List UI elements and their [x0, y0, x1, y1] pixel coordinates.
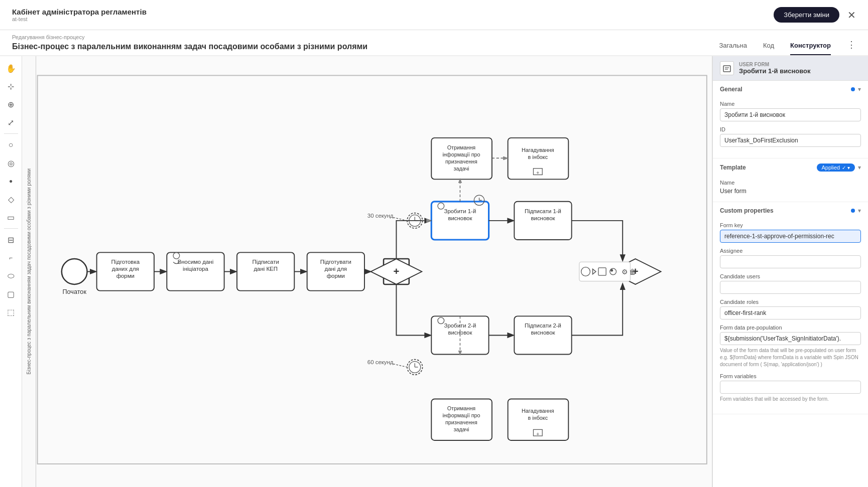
form-variables-input[interactable]	[720, 381, 861, 394]
tool-dashed-rect[interactable]: ⬚	[3, 304, 19, 320]
svg-text:призначення: призначення	[445, 419, 477, 425]
name-input[interactable]	[720, 108, 861, 121]
svg-text:висновок: висновок	[531, 330, 555, 336]
svg-text:+: +	[536, 431, 539, 437]
template-chevron: ▾	[858, 164, 861, 171]
tool-document[interactable]: ⌐	[3, 250, 19, 266]
general-section: General ▾ Name ID	[713, 81, 868, 158]
template-section: Template Applied ✓ ▾ ▾ Name User form	[713, 158, 868, 202]
tool-frame[interactable]: ▢	[3, 286, 19, 302]
form-key-group: Form key	[720, 222, 861, 243]
assignee-input[interactable]	[720, 255, 861, 268]
custom-props-chevron: ▾	[858, 207, 861, 214]
form-data-label: Form data pre-population	[720, 324, 861, 331]
lane-label-text: Бізнес-процес з паралельним виконанням з…	[26, 169, 32, 374]
custom-properties-title: Custom properties	[720, 207, 774, 214]
svg-text:+: +	[394, 266, 400, 277]
tool-rectangle[interactable]: ▭	[3, 209, 19, 225]
save-button[interactable]: Зберегти зміни	[774, 7, 839, 23]
template-name-label: Name	[720, 180, 861, 186]
svg-text:Підготувати: Підготувати	[320, 259, 351, 265]
id-input[interactable]	[720, 134, 861, 147]
template-section-title: Template	[720, 164, 746, 171]
candidate-users-group: Candidate users	[720, 273, 861, 294]
custom-properties-header[interactable]: Custom properties ▾	[713, 202, 868, 218]
name-field-group: Name	[720, 101, 861, 121]
panel-header-icon	[720, 61, 734, 75]
bpmn-diagram[interactable]: Початок Підготовка даних для форми Вноси…	[36, 56, 712, 487]
applied-chevron: ✓ ▾	[842, 165, 850, 171]
svg-text:інформації про: інформації про	[442, 151, 480, 157]
svg-text:призначення: призначення	[445, 158, 477, 165]
template-section-header[interactable]: Template Applied ✓ ▾ ▾	[713, 158, 868, 176]
candidate-roles-label: Candidate roles	[720, 299, 861, 305]
toolbar-divider-1	[4, 133, 18, 134]
tool-dot-circle[interactable]: ◎	[3, 155, 19, 171]
sub-header-left: Редагування бізнес-процесу Бізнес-процес…	[12, 34, 367, 55]
svg-text:даних для: даних для	[112, 266, 139, 272]
tab-code[interactable]: Код	[763, 38, 774, 55]
custom-props-controls: ▾	[851, 207, 861, 214]
header-title-group: Кабінет адміністратора регламентів at-te…	[12, 8, 147, 22]
svg-text:задачі: задачі	[453, 426, 469, 432]
custom-properties-section: Custom properties ▾ Form key Assignee Ca…	[713, 202, 868, 414]
candidate-roles-group: Candidate roles	[720, 299, 861, 319]
id-field-group: ID	[720, 126, 861, 147]
svg-text:Нагадування: Нагадування	[522, 408, 554, 414]
svg-text:Підписати 2-й: Підписати 2-й	[525, 322, 561, 329]
svg-text:в інбокс: в інбокс	[528, 154, 548, 160]
id-label: ID	[720, 126, 861, 132]
svg-text:Отримання: Отримання	[447, 405, 476, 411]
close-button[interactable]: ✕	[847, 9, 856, 21]
form-variables-group: Form variables Form variables that will …	[720, 373, 861, 403]
svg-text:Підготовка: Підготовка	[111, 259, 140, 265]
form-data-hint: Value of the form data that will be pre-…	[720, 347, 861, 368]
general-section-header[interactable]: General ▾	[713, 81, 868, 97]
general-dot	[851, 87, 855, 91]
tool-move[interactable]: ⊕	[3, 96, 19, 112]
candidate-users-input[interactable]	[720, 281, 861, 294]
svg-point-90	[610, 269, 613, 271]
applied-badge[interactable]: Applied ✓ ▾	[817, 164, 855, 172]
main-layout: ✋ ⊹ ⊕ ⤢ ○ ◎ ● ◇ ▭ ⊟ ⌐ ⬭ ▢ ⬚ Бізнес-проце…	[0, 56, 868, 487]
assignee-label: Assignee	[720, 248, 861, 254]
tool-hand[interactable]: ✋	[3, 60, 19, 76]
lane-label: Бізнес-процес з паралельним виконанням з…	[22, 56, 36, 487]
svg-text:Нагадування: Нагадування	[522, 147, 554, 153]
tool-circle-bold[interactable]: ●	[3, 173, 19, 189]
panel-header-info: USER FORM Зробити 1-й висновок	[739, 62, 810, 75]
svg-text:форми: форми	[327, 273, 345, 279]
tool-select[interactable]: ⊹	[3, 78, 19, 94]
svg-text:в інбокс: в інбокс	[528, 415, 548, 421]
name-label: Name	[720, 101, 861, 107]
tab-general[interactable]: Загальна	[719, 38, 747, 55]
tab-more-icon[interactable]: ⋮	[847, 39, 856, 54]
form-key-input[interactable]	[720, 230, 861, 243]
tool-lasso[interactable]: ⤢	[3, 114, 19, 130]
tool-diamond[interactable]: ◇	[3, 191, 19, 207]
svg-text:60 секунд: 60 секунд	[367, 359, 394, 365]
custom-properties-body: Form key Assignee Candidate users Candid…	[713, 218, 868, 414]
header-actions: Зберегти зміни ✕	[774, 7, 856, 23]
svg-text:30 секунд: 30 секунд	[367, 213, 394, 219]
template-section-controls: Applied ✓ ▾ ▾	[817, 164, 861, 172]
svg-text:Отримання: Отримання	[447, 144, 476, 150]
panel-type-label: USER FORM	[739, 62, 810, 67]
svg-text:задачі: задачі	[453, 166, 469, 172]
svg-text:висновок: висновок	[531, 215, 555, 221]
tab-constructor[interactable]: Конструктор	[790, 38, 831, 55]
bpmn-canvas[interactable]: Бізнес-процес з паралельним виконанням з…	[22, 56, 712, 487]
panel-header: USER FORM Зробити 1-й висновок	[713, 56, 868, 81]
general-section-title: General	[720, 86, 742, 93]
form-data-group: Form data pre-population Value of the fo…	[720, 324, 861, 368]
svg-text:Початок: Початок	[62, 288, 86, 295]
toolbar-divider-2	[4, 228, 18, 229]
candidate-roles-input[interactable]	[720, 306, 861, 319]
tool-circle[interactable]: ○	[3, 137, 19, 153]
tool-cylinder[interactable]: ⬭	[3, 268, 19, 284]
form-data-input[interactable]	[720, 332, 861, 345]
svg-text:Підписати: Підписати	[252, 259, 279, 265]
page-title: Бізнес-процес з паралельним виконанням з…	[12, 42, 367, 51]
right-panel: USER FORM Зробити 1-й висновок General ▾…	[712, 56, 868, 487]
tool-data-store[interactable]: ⊟	[3, 232, 19, 248]
